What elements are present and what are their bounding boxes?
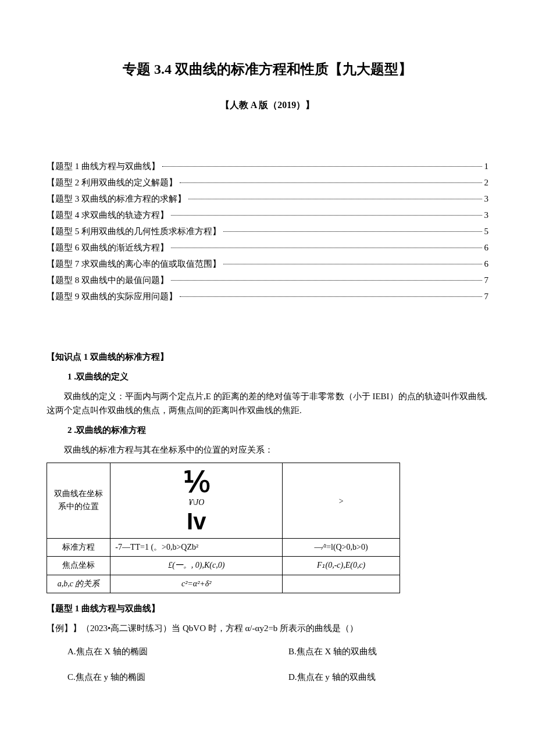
knowledge-heading: 【知识点 1 双曲线的标准方程】 xyxy=(47,350,488,364)
toc-leader xyxy=(180,182,482,183)
equation-cell-2: —∕²=l(Q>0,b>0) xyxy=(283,538,400,556)
graph-cell-vertical: > xyxy=(283,463,400,538)
toc-label: 【题型 4 求双曲线的轨迹方程】 xyxy=(47,208,169,222)
toc-leader xyxy=(162,166,482,167)
graph-cell-horizontal: ⅟₀ ¥\JO Iv xyxy=(110,463,283,538)
toc-item: 【题型 2 利用双曲线的定义解题】 2 xyxy=(47,175,488,189)
toc-item: 【题型 8 双曲线中的最值问题】 7 xyxy=(47,273,488,287)
row-equation-label: 标准方程 xyxy=(47,538,110,556)
example-stem: 【例】】（2023•高二课时练习）当 QbVO 时，方程 α/-αy2=b 所表… xyxy=(47,621,488,635)
toc-page: 6 xyxy=(484,241,489,255)
option-a: A.焦点在 X 轴的椭圆 xyxy=(47,644,268,658)
toc-label: 【题型 5 利用双曲线的几何性质求标准方程】 xyxy=(47,224,221,238)
toc-page: 1 xyxy=(484,159,489,173)
toc-leader xyxy=(171,280,482,281)
toc-label: 【题型 2 利用双曲线的定义解题】 xyxy=(47,175,177,189)
toc-leader xyxy=(180,296,482,297)
fraction-icon: ⅟₀ xyxy=(183,468,210,496)
axis-glyph: Iv xyxy=(187,510,206,533)
toc-page: 2 xyxy=(484,175,489,189)
page-subtitle: 【人教 A 版（2019）】 xyxy=(47,98,488,113)
toc-item: 【题型 4 求双曲线的轨迹方程】 3 xyxy=(47,208,488,222)
toc-page: 6 xyxy=(484,257,489,271)
table-of-contents: 【题型 1 曲线方程与双曲线】 1 【题型 2 利用双曲线的定义解题】 2 【题… xyxy=(47,159,488,303)
hyperbola-table: 双曲线在坐标系中的位置 ⅟₀ ¥\JO Iv > 标准方程 -7—TT=1 (。… xyxy=(47,463,488,593)
toc-item: 【题型 7 求双曲线的离心率的值或取值范围】 6 xyxy=(47,257,488,271)
toc-leader xyxy=(223,231,482,232)
option-c: C.焦点在 y 轴的椭圆 xyxy=(47,670,268,684)
toc-leader xyxy=(171,215,482,216)
toc-leader xyxy=(188,199,482,199)
toc-leader xyxy=(171,248,482,248)
table-row: a,b,c 的关系 c²=α²+δ² xyxy=(47,575,400,593)
definition-heading: 1 .双曲线的定义 xyxy=(67,370,488,384)
toc-page: 7 xyxy=(484,289,489,303)
toc-item: 【题型 5 利用双曲线的几何性质求标准方程】 5 xyxy=(47,224,488,238)
standard-eq-body: 双曲线的标准方程与其在坐标系中的位置的对应关系： xyxy=(47,443,488,457)
standard-eq-heading: 2 .双曲线的标准方程 xyxy=(67,423,488,437)
option-d: D.焦点在 y 轴的双曲线 xyxy=(268,670,488,684)
toc-item: 【题型 3 双曲线的标准方程的求解】 3 xyxy=(47,192,488,206)
toc-item: 【题型 9 双曲线的实际应用问题】 7 xyxy=(47,289,488,303)
abc-cell-1: c²=α²+δ² xyxy=(110,575,283,593)
graph-label-2: > xyxy=(287,493,395,508)
row-focus-label: 焦点坐标 xyxy=(47,557,110,575)
row-position-label: 双曲线在坐标系中的位置 xyxy=(47,463,110,538)
definition-body: 双曲线的定义：平面内与两个定点片,E 的距离的差的绝对值等于非零常数（小于 IE… xyxy=(47,389,488,417)
table-row: 标准方程 -7—TT=1 (。>0,b>QZb² —∕²=l(Q>0,b>0) xyxy=(47,538,400,556)
qtype1-heading: 【题型 1 曲线方程与双曲线】 xyxy=(47,601,488,615)
abc-cell-2 xyxy=(283,575,400,593)
toc-leader xyxy=(223,264,482,264)
toc-item: 【题型 6 双曲线的渐近线方程】 6 xyxy=(47,241,488,255)
toc-label: 【题型 7 求双曲线的离心率的值或取值范围】 xyxy=(47,257,221,271)
toc-page: 5 xyxy=(484,224,489,238)
toc-page: 7 xyxy=(484,273,489,287)
page-title: 专题 3.4 双曲线的标准方程和性质【九大题型】 xyxy=(47,58,488,80)
focus-cell-2: F₁(0,-c),E(0,c) xyxy=(283,557,400,575)
option-b: B.焦点在 X 轴的双曲线 xyxy=(268,644,488,658)
equation-cell-1: -7—TT=1 (。>0,b>QZb² xyxy=(110,538,283,556)
toc-item: 【题型 1 曲线方程与双曲线】 1 xyxy=(47,159,488,173)
toc-page: 3 xyxy=(484,192,489,206)
row-abc-label: a,b,c 的关系 xyxy=(47,575,110,593)
toc-label: 【题型 1 曲线方程与双曲线】 xyxy=(47,159,160,173)
toc-label: 【题型 9 双曲线的实际应用问题】 xyxy=(47,289,177,303)
toc-page: 3 xyxy=(484,208,489,222)
focus-cell-1: £(一。, 0),K(c,0) xyxy=(110,557,283,575)
options-group: A.焦点在 X 轴的椭圆 B.焦点在 X 轴的双曲线 C.焦点在 y 轴的椭圆 … xyxy=(47,644,488,696)
graph-label-1: ¥\JO xyxy=(188,496,204,509)
table-row: 焦点坐标 £(一。, 0),K(c,0) F₁(0,-c),E(0,c) xyxy=(47,557,400,575)
table-row: 双曲线在坐标系中的位置 ⅟₀ ¥\JO Iv > xyxy=(47,463,400,538)
toc-label: 【题型 6 双曲线的渐近线方程】 xyxy=(47,241,169,255)
toc-label: 【题型 3 双曲线的标准方程的求解】 xyxy=(47,192,186,206)
toc-label: 【题型 8 双曲线中的最值问题】 xyxy=(47,273,169,287)
